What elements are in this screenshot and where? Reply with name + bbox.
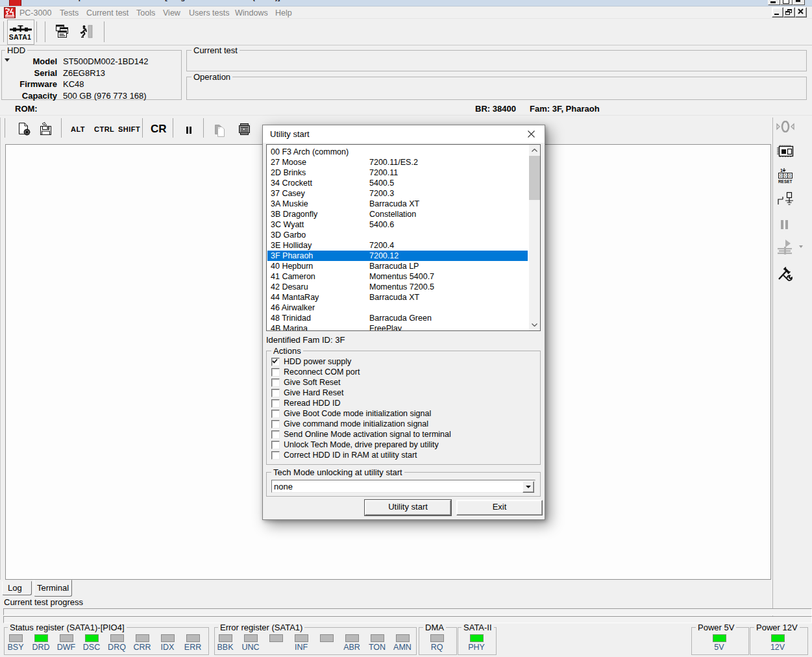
svg-text:0: 0	[780, 173, 782, 178]
svg-text:RESET: RESET	[778, 179, 792, 184]
svg-text:1: 1	[780, 168, 783, 173]
svg-text:0: 0	[784, 173, 787, 178]
svg-text:0: 0	[789, 173, 791, 178]
